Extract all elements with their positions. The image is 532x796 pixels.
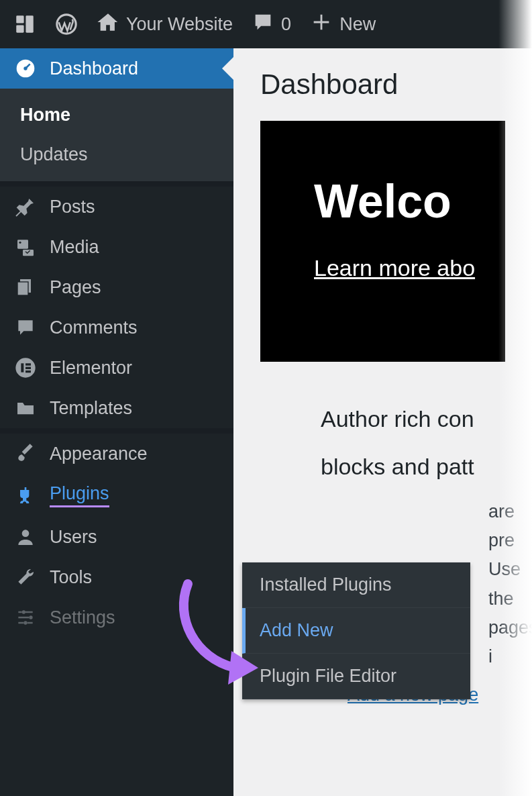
sidebar-divider <box>0 428 233 434</box>
sidebar-item-label: Media <box>50 237 99 258</box>
submenu-home[interactable]: Home <box>0 95 233 135</box>
folder-icon <box>13 397 38 419</box>
body-text-line1: are pre <box>488 497 505 555</box>
sidebar-item-label: Users <box>50 527 97 548</box>
body-heading-line1: Author rich con <box>321 402 505 436</box>
sidebar-item-plugins[interactable]: Plugins <box>0 474 233 517</box>
sidebar-item-comments[interactable]: Comments <box>0 307 233 348</box>
sidebar-item-label: Posts <box>50 197 95 217</box>
svg-rect-0 <box>16 15 23 23</box>
welcome-heading: Welco <box>314 175 478 228</box>
plugins-flyout-menu: Installed Plugins Add New Plugin File Ed… <box>242 562 470 699</box>
svg-rect-2 <box>16 25 23 32</box>
wordpress-logo-icon[interactable] <box>55 13 78 36</box>
sidebar-item-settings[interactable]: Settings <box>0 597 233 638</box>
admin-toolbar: Your Website 0 New <box>0 0 532 48</box>
svg-rect-14 <box>25 367 31 369</box>
comments-link[interactable]: 0 <box>252 11 291 38</box>
flyout-installed-plugins[interactable]: Installed Plugins <box>242 562 470 608</box>
site-link[interactable]: Your Website <box>97 11 233 38</box>
flyout-plugin-file-editor[interactable]: Plugin File Editor <box>242 654 470 699</box>
svg-rect-13 <box>25 363 31 365</box>
svg-point-18 <box>29 615 32 619</box>
comments-count: 0 <box>281 14 291 35</box>
svg-rect-12 <box>21 363 23 372</box>
svg-rect-10 <box>17 282 28 295</box>
svg-rect-6 <box>17 240 28 248</box>
sidebar-item-label: Dashboard <box>50 58 138 79</box>
sidebar-item-dashboard[interactable]: Dashboard <box>0 48 233 89</box>
svg-point-17 <box>22 610 25 613</box>
comments-icon <box>13 317 38 338</box>
sidebar-item-label: Plugins <box>50 483 109 507</box>
brush-icon <box>13 443 38 464</box>
plus-icon <box>310 11 333 38</box>
body-text-line3: pages i <box>488 613 505 671</box>
sidebar-item-label: Settings <box>50 607 115 628</box>
sidebar-item-media[interactable]: Media <box>0 227 233 267</box>
body-text-line2: Use the <box>488 555 505 613</box>
new-content-link[interactable]: New <box>310 11 376 38</box>
media-icon <box>13 236 38 258</box>
sidebar-item-label: Elementor <box>50 358 132 379</box>
welcome-panel: Welco Learn more abo <box>260 121 505 362</box>
sidebar-item-users[interactable]: Users <box>0 517 233 557</box>
sidebar-item-elementor[interactable]: Elementor <box>0 348 233 388</box>
body-heading-line2: blocks and patt <box>321 450 505 484</box>
sliders-icon <box>13 607 38 628</box>
new-label: New <box>339 14 376 35</box>
welcome-learn-more-link[interactable]: Learn more abo <box>314 255 478 281</box>
sidebar-item-label: Comments <box>50 317 138 338</box>
dashboard-icon <box>13 58 38 79</box>
user-icon <box>13 526 38 548</box>
pin-icon <box>13 196 38 217</box>
submenu-updates[interactable]: Updates <box>0 135 233 175</box>
admin-sidebar: Dashboard Home Updates Posts Media Pages… <box>0 48 233 796</box>
svg-rect-15 <box>25 370 31 372</box>
sidebar-item-label: Appearance <box>50 444 148 464</box>
sidebar-item-posts[interactable]: Posts <box>0 187 233 227</box>
svg-point-5 <box>23 66 27 70</box>
comment-icon <box>252 11 274 38</box>
sidebar-item-appearance[interactable]: Appearance <box>0 434 233 474</box>
dashboard-submenu: Home Updates <box>0 89 233 181</box>
svg-point-16 <box>22 530 30 537</box>
elementor-icon <box>13 357 38 379</box>
sidebar-item-tools[interactable]: Tools <box>0 557 233 597</box>
sidebar-divider <box>0 181 233 187</box>
svg-point-19 <box>23 621 27 624</box>
sidebar-item-pages[interactable]: Pages <box>0 267 233 307</box>
sidebar-item-label: Pages <box>50 277 101 298</box>
svg-point-7 <box>19 242 21 244</box>
plugin-icon <box>13 485 38 506</box>
sidebar-item-label: Tools <box>50 567 92 588</box>
home-icon <box>97 11 119 38</box>
svg-rect-1 <box>25 15 33 33</box>
sidebar-item-label: Templates <box>50 398 132 419</box>
site-name-label: Your Website <box>126 14 233 35</box>
sidebar-item-templates[interactable]: Templates <box>0 388 233 428</box>
flyout-add-new[interactable]: Add New <box>242 608 470 654</box>
dashboard-shortcut-icon[interactable] <box>13 13 36 36</box>
page-title: Dashboard <box>260 68 505 101</box>
pages-icon <box>13 277 38 298</box>
wrench-icon <box>13 566 38 588</box>
